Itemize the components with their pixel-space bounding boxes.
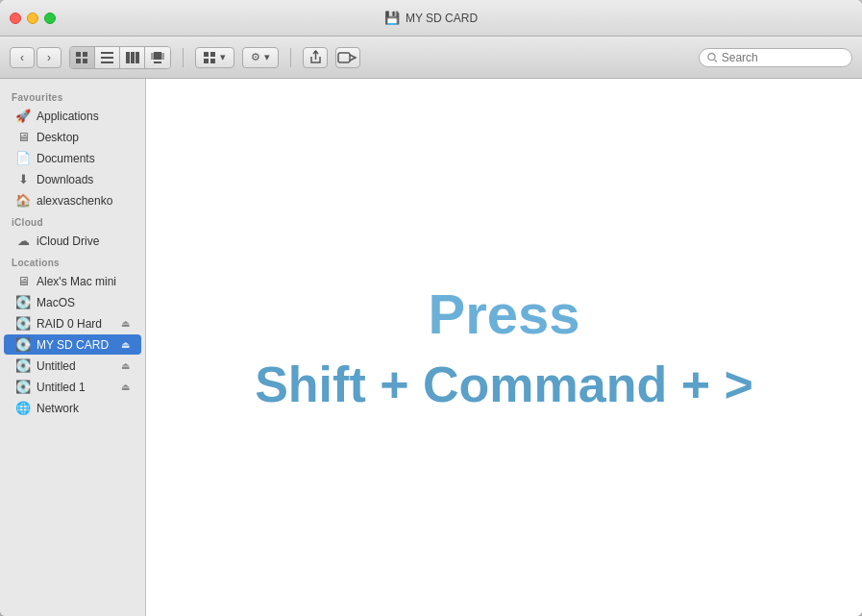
sidebar-label-raid-0-hard: RAID 0 Hard: [37, 317, 115, 331]
svg-rect-12: [161, 53, 164, 60]
sidebar-item-untitled[interactable]: 💽 Untitled ⏏: [4, 356, 141, 376]
sidebar-label-untitled: Untitled: [37, 359, 115, 373]
sidebar-item-macos[interactable]: 💽 MacOS: [4, 292, 141, 312]
close-button[interactable]: [10, 12, 21, 24]
svg-point-20: [708, 53, 715, 60]
sidebar-item-desktop[interactable]: 🖥 Desktop: [4, 127, 141, 147]
svg-rect-9: [135, 52, 139, 63]
gear-icon: ⚙: [251, 51, 260, 63]
sidebar-label-macos: MacOS: [37, 296, 130, 309]
svg-rect-10: [154, 52, 161, 60]
mac-mini-icon: 🖥: [15, 274, 31, 288]
column-view-button[interactable]: [120, 47, 145, 68]
coverflow-view-button[interactable]: [145, 47, 170, 68]
desktop-icon: 🖥: [15, 130, 31, 144]
sidebar-item-home[interactable]: 🏠 alexvaschenko: [4, 190, 141, 210]
sidebar-item-downloads[interactable]: ⬇ Downloads: [4, 169, 141, 189]
icon-view-button[interactable]: [70, 47, 95, 68]
icloud-header: iCloud: [0, 211, 145, 230]
svg-rect-3: [83, 59, 87, 63]
main-panel: Press Shift + Command + >: [146, 79, 862, 616]
sidebar-label-untitled-1: Untitled 1: [37, 381, 115, 394]
svg-line-21: [715, 60, 717, 62]
arrange-dropdown-icon: ▾: [220, 51, 226, 63]
svg-rect-2: [76, 59, 81, 63]
sidebar-item-alexs-mac-mini[interactable]: 🖥 Alex's Mac mini: [4, 271, 141, 291]
svg-rect-6: [101, 62, 113, 63]
sidebar-label-icloud-drive: iCloud Drive: [37, 234, 130, 248]
sidebar-item-icloud-drive[interactable]: ☁ iCloud Drive: [4, 231, 141, 251]
shortcut-display: Press Shift + Command + >: [255, 281, 753, 415]
untitled-1-icon: 💽: [15, 380, 31, 394]
sidebar-label-network: Network: [37, 402, 130, 415]
sidebar-item-raid-0-hard[interactable]: 💽 RAID 0 Hard ⏏: [4, 313, 141, 333]
maximize-button[interactable]: [44, 12, 56, 24]
separator-1: [183, 48, 184, 67]
untitled-icon: 💽: [15, 358, 31, 373]
sidebar-item-untitled-1[interactable]: 💽 Untitled 1 ⏏: [4, 377, 141, 397]
svg-rect-1: [83, 52, 87, 57]
nav-buttons: ‹ ›: [10, 47, 62, 68]
icloud-icon: ☁: [15, 234, 31, 248]
svg-rect-0: [76, 52, 81, 57]
documents-icon: 📄: [15, 151, 31, 165]
window-title-area: 💾 MY SD CARD: [384, 11, 478, 25]
svg-rect-19: [338, 53, 350, 62]
search-input[interactable]: [722, 51, 844, 64]
action-button[interactable]: ⚙ ▾: [242, 47, 279, 68]
sidebar: Favourites 🚀 Applications 🖥 Desktop 📄 Do…: [0, 79, 146, 616]
svg-rect-11: [151, 53, 154, 60]
sidebar-item-documents[interactable]: 📄 Documents: [4, 148, 141, 168]
tag-button[interactable]: [335, 47, 360, 68]
shortcut-label: Shift + Command + >: [255, 355, 753, 414]
untitled-eject-icon: ⏏: [121, 360, 130, 371]
finder-window: 💾 MY SD CARD ‹ ›: [0, 0, 862, 616]
applications-icon: 🚀: [15, 109, 31, 123]
svg-rect-15: [210, 52, 215, 57]
forward-button[interactable]: ›: [37, 47, 62, 68]
favourites-header: Favourites: [0, 86, 145, 105]
action-dropdown-icon: ▾: [264, 51, 270, 63]
separator-2: [290, 48, 291, 67]
downloads-icon: ⬇: [15, 172, 31, 186]
traffic-lights: [10, 12, 56, 24]
network-icon: 🌐: [15, 401, 31, 415]
share-button[interactable]: [303, 47, 328, 68]
svg-rect-7: [126, 52, 130, 63]
content-area: Favourites 🚀 Applications 🖥 Desktop 📄 Do…: [0, 79, 862, 616]
svg-rect-16: [204, 59, 209, 63]
untitled-1-eject-icon: ⏏: [121, 382, 130, 392]
sidebar-item-applications[interactable]: 🚀 Applications: [4, 106, 141, 126]
view-buttons: [69, 46, 171, 69]
back-button[interactable]: ‹: [10, 47, 35, 68]
svg-rect-4: [101, 52, 113, 54]
window-title-icon: 💾: [384, 11, 400, 25]
window-title: MY SD CARD: [406, 12, 478, 25]
sidebar-label-my-sd-card: MY SD CARD: [37, 338, 115, 352]
home-icon: 🏠: [15, 193, 31, 208]
sidebar-item-my-sd-card[interactable]: 💽 MY SD CARD ⏏: [4, 334, 141, 355]
search-box[interactable]: [699, 48, 852, 67]
svg-rect-8: [131, 52, 135, 63]
sidebar-label-home: alexvaschenko: [37, 194, 130, 208]
sd-card-eject-icon: ⏏: [121, 339, 130, 350]
raid-icon: 💽: [15, 316, 31, 331]
press-label: Press: [255, 281, 753, 348]
toolbar: ‹ ›: [0, 37, 862, 79]
macos-icon: 💽: [15, 295, 31, 309]
svg-rect-5: [101, 57, 113, 59]
sidebar-item-network[interactable]: 🌐 Network: [4, 398, 141, 418]
search-icon: [707, 52, 718, 63]
sidebar-label-documents: Documents: [37, 152, 130, 165]
title-bar: 💾 MY SD CARD: [0, 0, 862, 37]
svg-rect-14: [204, 52, 209, 57]
svg-rect-13: [154, 62, 161, 63]
raid-eject-icon: ⏏: [121, 318, 130, 329]
arrange-button[interactable]: ▾: [195, 47, 234, 68]
locations-header: Locations: [0, 252, 145, 270]
minimize-button[interactable]: [27, 12, 38, 24]
list-view-button[interactable]: [95, 47, 120, 68]
sidebar-label-alexs-mac-mini: Alex's Mac mini: [37, 275, 130, 288]
sidebar-label-applications: Applications: [37, 110, 130, 123]
sidebar-label-downloads: Downloads: [37, 173, 130, 186]
